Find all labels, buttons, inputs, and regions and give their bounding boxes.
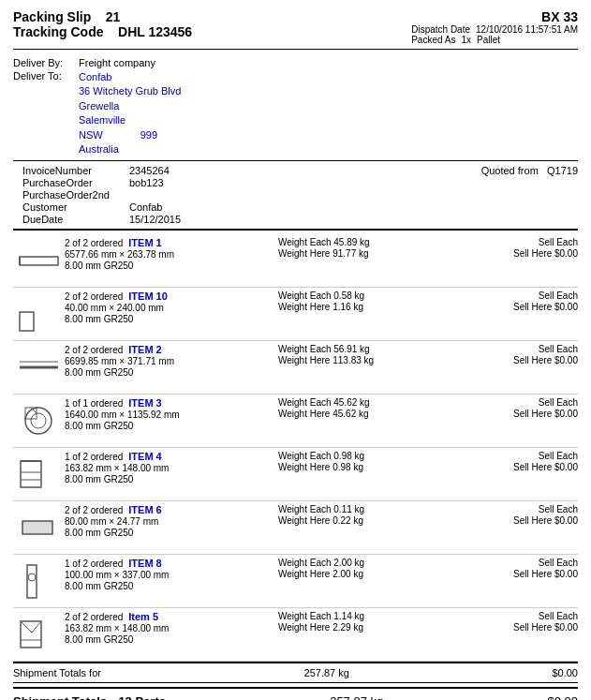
weight-each-value-item1: 45.89 kg	[333, 237, 369, 247]
item-dim-item3: 1640.00 mm × 1135.92 mm	[65, 410, 180, 420]
deliver-by-value: Freight company	[79, 57, 155, 68]
sell-here-value-item10: $0.00	[554, 302, 578, 312]
item-grade-item3: 8.00 mm GR250	[65, 421, 133, 431]
item-detail-row1-item5: 2 of 2 ordered Item 5	[65, 611, 278, 622]
weight-each-label-item4: Weight Each	[278, 451, 333, 461]
weight-here-label-item10: Weight Here	[278, 302, 332, 312]
sell-here-row-item6: Sell Here $0.00	[465, 515, 578, 526]
weight-here-value-item6: 0.22 kg	[332, 515, 363, 526]
packed-as-label: Packed As	[411, 35, 455, 45]
sell-each-label-item1: Sell Each	[539, 237, 578, 247]
sell-section-item2: Sell Each Sell Here $0.00	[465, 344, 578, 366]
weight-here-row-item5: Weight Here 2.29 kg	[278, 622, 465, 633]
packing-slip-label: Packing Slip	[13, 9, 91, 24]
sell-each-label-item2: Sell Each	[539, 344, 578, 354]
sell-section-item6: Sell Each Sell Here $0.00	[465, 504, 578, 527]
weight-here-label-item8: Weight Here	[278, 569, 332, 579]
item-name-item5: Item 5	[128, 611, 158, 622]
weight-each-row-item3: Weight Each 45.62 kg	[278, 397, 465, 408]
item-detail-row2-item1: 6577.66 mm × 263.78 mm	[65, 249, 278, 260]
weight-each-label-item10: Weight Each	[278, 290, 333, 301]
item-grade-item8: 8.00 mm GR250	[65, 581, 133, 591]
table-row: 1 of 1 ordered ITEM 3 1640.00 mm × 1135.…	[13, 395, 578, 448]
item-detail-row2-item4: 163.82 mm × 148.00 mm	[65, 463, 278, 473]
item-ordered-item2: 2 of 2 ordered	[65, 345, 123, 355]
sell-each-label-item5: Sell Each	[539, 611, 578, 621]
item-detail-row2-item3: 1640.00 mm × 1135.92 mm	[65, 410, 278, 420]
item-name-item3: ITEM 3	[128, 397, 161, 409]
sell-each-row-item10: Sell Each	[465, 290, 578, 301]
sell-each-label-item10: Sell Each	[539, 290, 578, 301]
item-details-item4: 1 of 2 ordered ITEM 4 163.82 mm × 148.00…	[65, 451, 278, 484]
sell-here-row-item1: Sell Here $0.00	[465, 248, 578, 259]
item-detail-row2-item5: 163.82 mm × 148.00 mm	[65, 623, 278, 633]
quoted-from: Quoted from Q1719	[481, 165, 578, 225]
weight-here-label-item1: Weight Here	[278, 248, 332, 259]
weight-here-label-item3: Weight Here	[278, 409, 332, 419]
weight-here-value-item4: 0.98 kg	[332, 462, 363, 472]
sell-section-item1: Sell Each Sell Here $0.00	[465, 237, 578, 260]
item-image-item8	[13, 558, 65, 604]
item-detail-row1-item2: 2 of 2 ordered ITEM 2	[65, 344, 278, 355]
item-image-item5	[13, 611, 65, 658]
item-grade-item6: 8.00 mm GR250	[65, 528, 133, 538]
dispatch-date-row: Dispatch Date 12/10/2016 11:57:51 AM	[411, 24, 578, 35]
weight-each-row-item1: Weight Each 45.89 kg	[278, 237, 465, 247]
weight-here-row-item3: Weight Here 45.62 kg	[278, 409, 465, 419]
item-image-item3	[13, 397, 65, 444]
item-ordered-item5: 2 of 2 ordered	[65, 612, 123, 622]
sell-each-row-item6: Sell Each	[465, 504, 578, 514]
weight-here-label-item6: Weight Here	[278, 515, 332, 526]
item-dim-item2: 6699.85 mm × 371.71 mm	[65, 356, 174, 366]
sell-each-row-item5: Sell Each	[465, 611, 578, 621]
sell-section-item4: Sell Each Sell Here $0.00	[465, 451, 578, 473]
item-dim-item4: 163.82 mm × 148.00 mm	[65, 463, 169, 473]
weight-each-row-item8: Weight Each 2.00 kg	[278, 558, 465, 568]
sell-each-row-item3: Sell Each	[465, 397, 578, 408]
purchase-order2nd-label: PurchaseOrder2nd	[13, 189, 126, 201]
item-ordered-item4: 1 of 2 ordered	[65, 452, 123, 462]
item-detail-row1-item10: 2 of 2 ordered ITEM 10	[65, 290, 278, 302]
shipment-final-parts: 13 Parts	[118, 694, 166, 700]
address3: Salemville	[79, 113, 181, 127]
sell-here-value-item5: $0.00	[554, 622, 578, 633]
svg-point-5	[25, 408, 52, 434]
table-row: 2 of 2 ordered ITEM 10 40.00 mm × 240.00…	[13, 288, 578, 341]
weight-section-item10: Weight Each 0.58 kg Weight Here 1.16 kg	[278, 290, 465, 313]
sell-here-row-item2: Sell Here $0.00	[465, 355, 578, 365]
item-detail-row3-item3: 8.00 mm GR250	[65, 421, 278, 431]
shipment-totals-price: $0.00	[552, 667, 578, 678]
sell-here-label-item1: Sell Here	[513, 248, 554, 259]
sell-here-value-item4: $0.00	[554, 462, 578, 472]
shipment-totals-label: Shipment Totals for	[13, 667, 101, 678]
weight-here-row-item2: Weight Here 113.83 kg	[278, 355, 465, 365]
item-detail-row3-item10: 8.00 mm GR250	[65, 314, 278, 324]
shipment-final-price: $0.00	[547, 694, 578, 700]
header-left: Packing Slip 21 Tracking Code DHL 123456	[13, 9, 192, 45]
tracking-code-line: Tracking Code DHL 123456	[13, 24, 192, 39]
item-detail-row1-item6: 2 of 2 ordered ITEM 6	[65, 504, 278, 515]
weight-here-row-item10: Weight Here 1.16 kg	[278, 302, 465, 312]
weight-here-value-item5: 2.29 kg	[332, 622, 363, 633]
shipment-final-left: Shipment Totals 13 Parts	[13, 694, 166, 700]
sell-here-value-item6: $0.00	[554, 515, 578, 526]
sell-here-label-item5: Sell Here	[513, 622, 554, 633]
item-detail-row2-item6: 80.00 mm × 24.77 mm	[65, 516, 278, 527]
packing-slip-number: 21	[106, 9, 121, 24]
table-row: 2 of 2 ordered ITEM 1 6577.66 mm × 263.7…	[13, 234, 578, 288]
item-detail-row1-item8: 1 of 2 ordered ITEM 8	[65, 558, 278, 569]
item-detail-row2-item10: 40.00 mm × 240.00 mm	[65, 303, 278, 313]
item-details-item5: 2 of 2 ordered Item 5 163.82 mm × 148.00…	[65, 611, 278, 645]
weight-each-label-item3: Weight Each	[278, 397, 333, 408]
weight-here-value-item2: 113.83 kg	[332, 355, 374, 365]
item-image-item1	[13, 237, 65, 284]
item-detail-row3-item5: 8.00 mm GR250	[65, 634, 278, 645]
order-info-section: InvoiceNumber 2345264 PurchaseOrder bob1…	[13, 165, 578, 225]
svg-point-15	[28, 573, 36, 581]
packed-as-qty: 1x	[461, 35, 471, 45]
item-name-item10: ITEM 10	[128, 290, 168, 302]
weight-here-label-item4: Weight Here	[278, 462, 332, 472]
item-image-item2	[13, 344, 65, 391]
info-divider	[13, 229, 578, 231]
tracking-code-label: Tracking Code	[13, 24, 103, 39]
